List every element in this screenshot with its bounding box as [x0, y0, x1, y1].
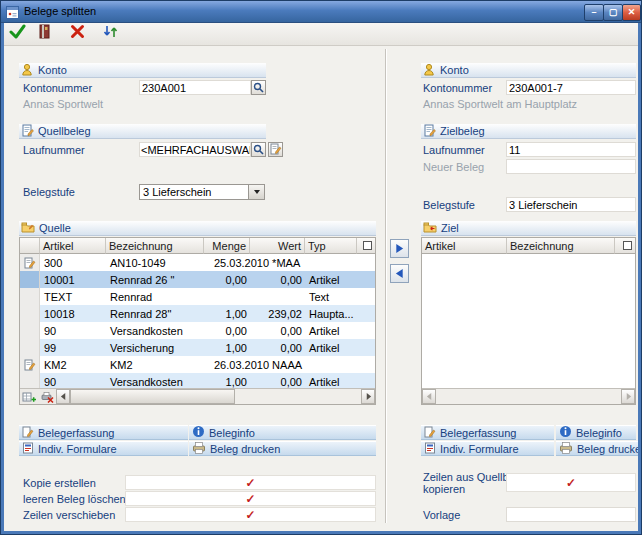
- ok-button[interactable]: [7, 24, 27, 44]
- ziel-horizontal-scrollbar[interactable]: [422, 389, 635, 404]
- cell-artikel: 10018: [40, 308, 106, 320]
- column-options-button[interactable]: [615, 238, 635, 254]
- printer-off-icon[interactable]: [38, 389, 56, 404]
- column-header-wert[interactable]: Wert: [250, 238, 305, 254]
- kontonummer-field-left[interactable]: 230A001: [139, 80, 251, 95]
- move-left-button[interactable]: [390, 264, 409, 283]
- table-row[interactable]: 300AN10-104925.03.2010 *MAA: [20, 254, 375, 271]
- zeilen-aus-quellbeleg-kopieren-checkbox[interactable]: ✓: [506, 473, 636, 492]
- ziel-section-header: Ziel: [421, 221, 636, 236]
- laufnummer-edit-button[interactable]: [268, 142, 283, 157]
- belegerfassung-button-right[interactable]: Belegerfassung: [421, 425, 554, 440]
- scroll-left-button[interactable]: [422, 389, 436, 404]
- scrollbar-thumb[interactable]: [70, 389, 235, 404]
- table-row[interactable]: 99Versicherung1,000,00Artikel: [20, 339, 375, 356]
- scroll-left-button[interactable]: [56, 389, 70, 404]
- ziel-table-body: [422, 254, 635, 388]
- row-gutter: [20, 305, 40, 322]
- table-row[interactable]: 90Versandkosten1,000,00Artikel: [20, 373, 375, 388]
- app-icon: [6, 5, 19, 23]
- laufnummer-label-right: Laufnummer: [423, 144, 485, 156]
- column-header-bezeichnung[interactable]: Bezeichnung: [106, 238, 204, 254]
- beleginfo-button-right[interactable]: Beleginfo: [556, 425, 636, 440]
- beleginfo-button-left[interactable]: Beleginfo: [189, 425, 376, 440]
- section-title: Quellbeleg: [38, 125, 91, 137]
- maximize-button[interactable]: ▢: [603, 4, 623, 21]
- apply-button[interactable]: [34, 24, 54, 44]
- belegstufe-label-left: Belegstufe: [23, 186, 75, 198]
- cancel-button[interactable]: [67, 24, 87, 44]
- button-label: Belegerfassung: [440, 427, 516, 439]
- grid-plus-icon[interactable]: [20, 389, 38, 404]
- table-row[interactable]: 10018Rennrad 28"1,00239,02Haupta...: [20, 305, 375, 322]
- beleg-drucken-button-right[interactable]: Beleg drucken: [556, 441, 642, 456]
- cell-wert: 0,00: [250, 325, 305, 337]
- cell-bezeichnung: AN10-1049: [106, 257, 204, 269]
- kontonummer-label-left: Kontonummer: [23, 82, 92, 94]
- dropdown-arrow-button[interactable]: [248, 185, 264, 199]
- leeren-beleg-loeschen-checkbox[interactable]: ✓: [125, 491, 376, 506]
- neuer-beleg-label: Neuer Beleg: [423, 161, 484, 173]
- cell-bezeichnung: Rennrad 28": [106, 308, 204, 320]
- account-icon: [21, 63, 34, 78]
- column-options-button[interactable]: [357, 238, 375, 254]
- cell-wert: 0,00: [250, 274, 305, 286]
- cell-date-info: 25.03.2010 *MAA: [204, 257, 357, 269]
- scroll-right-button[interactable]: [361, 389, 375, 404]
- zielbeleg-section-header: Zielbeleg: [421, 124, 636, 139]
- column-header-artikel[interactable]: Artikel: [422, 238, 507, 254]
- chevron-down-icon: [254, 190, 260, 194]
- scroll-right-button[interactable]: [621, 389, 635, 404]
- belegerfassung-button-left[interactable]: Belegerfassung: [19, 425, 188, 440]
- quelle-horizontal-scrollbar[interactable]: [56, 389, 375, 404]
- vorlage-label: Vorlage: [423, 509, 460, 521]
- belegstufe-dropdown[interactable]: 3 Lieferschein: [139, 184, 265, 200]
- vorlage-field[interactable]: [506, 507, 636, 522]
- column-options-icon: [623, 241, 632, 250]
- document-icon: [423, 124, 436, 139]
- table-row[interactable]: KM2KM226.03.2010 NAAA: [20, 356, 375, 373]
- column-header-typ[interactable]: Typ: [305, 238, 357, 254]
- form-icon: [424, 442, 436, 456]
- table-row[interactable]: TEXTRennradText: [20, 288, 375, 305]
- quelle-table: Artikel Bezeichnung Menge Wert Typ 300AN…: [19, 237, 376, 405]
- cell-menge: 1,00: [204, 308, 250, 320]
- cell-date-info: 26.03.2010 NAAA: [204, 359, 357, 371]
- swap-button[interactable]: [100, 24, 120, 44]
- kontonummer-field-right[interactable]: 230A001-7: [506, 80, 636, 95]
- red-check-icon: ✓: [245, 509, 255, 521]
- row-edit-icon: [20, 254, 40, 271]
- row-edit-icon: [20, 356, 40, 373]
- laufnummer-field-right[interactable]: 11: [506, 142, 636, 157]
- move-right-button[interactable]: [390, 239, 409, 258]
- window-title: Belege splitten: [24, 5, 96, 17]
- button-label: Beleg drucken: [577, 443, 642, 455]
- indiv-formulare-button-right[interactable]: Indiv. Formulare: [421, 441, 554, 456]
- cell-artikel: 10001: [40, 274, 106, 286]
- cell-artikel: 300: [40, 257, 106, 269]
- belegstufe-field-right[interactable]: 3 Lieferschein: [506, 197, 636, 212]
- kontonummer-lookup-button-left[interactable]: [251, 80, 266, 95]
- laufnummer-lookup-button[interactable]: [251, 142, 266, 157]
- close-button[interactable]: ✕: [622, 4, 641, 21]
- laufnummer-field-left[interactable]: <MEHRFACHAUSWAHL: [139, 142, 251, 157]
- dialog-window: Belege splitten – ▢ ✕ Konto Kontonummer …: [0, 0, 642, 535]
- column-header-artikel[interactable]: Artikel: [40, 238, 106, 254]
- account-name-link-left[interactable]: Annas Sportwelt: [23, 98, 103, 110]
- swap-arrows-icon: [103, 24, 118, 43]
- table-row[interactable]: 10001Rennrad 26 "0,000,00Artikel: [20, 271, 375, 288]
- neuer-beleg-field[interactable]: [506, 159, 636, 174]
- quelle-table-header: Artikel Bezeichnung Menge Wert Typ: [20, 238, 375, 254]
- column-header-bezeichnung[interactable]: Bezeichnung: [507, 238, 615, 254]
- beleg-drucken-button-left[interactable]: Beleg drucken: [189, 441, 376, 456]
- column-header-menge[interactable]: Menge: [204, 238, 250, 254]
- folder-target-icon: [423, 221, 437, 235]
- option-label-zeilen-verschieben: Zeilen verschieben: [23, 509, 115, 521]
- zeilen-verschieben-checkbox[interactable]: ✓: [125, 507, 376, 522]
- minimize-button[interactable]: –: [584, 4, 604, 21]
- cell-typ: Text: [305, 291, 357, 303]
- account-name-link-right[interactable]: Annas Sportwelt am Hauptplatz: [423, 98, 577, 110]
- table-row[interactable]: 90Versandkosten0,000,00Artikel: [20, 322, 375, 339]
- kopie-erstellen-checkbox[interactable]: ✓: [125, 475, 376, 490]
- indiv-formulare-button-left[interactable]: Indiv. Formulare: [19, 441, 188, 456]
